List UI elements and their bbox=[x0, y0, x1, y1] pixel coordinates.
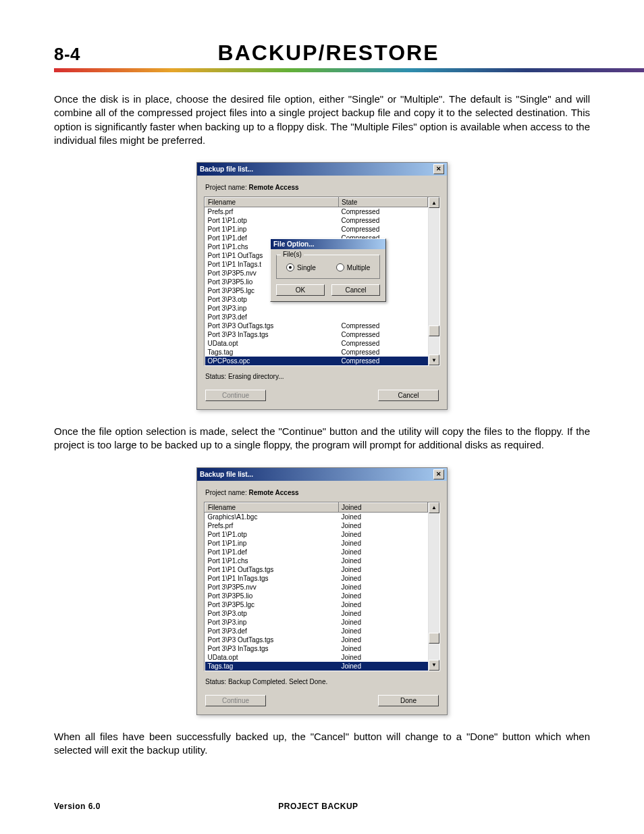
radio-icon bbox=[336, 263, 344, 271]
cell-filename: Port 3\P3.def bbox=[205, 313, 339, 321]
screenshot-backup-file-list-2: Backup file list... ✕ Project name: Remo… bbox=[196, 467, 448, 715]
cell-state: Joined bbox=[339, 574, 428, 583]
modal-cancel-button[interactable]: Cancel bbox=[331, 284, 380, 296]
table-row[interactable]: Port 3\P3.inpJoined bbox=[205, 618, 428, 627]
table-row[interactable]: Port 3\P3 OutTags.tgsJoined bbox=[205, 635, 428, 644]
table-row[interactable]: Port 1\P1.otpCompressed bbox=[205, 216, 428, 225]
file-list-table[interactable]: Filename Joined Graphics\A1.bgcJoinedPre… bbox=[205, 502, 428, 671]
cell-state: Compressed bbox=[339, 216, 428, 225]
cell-filename: Tags.tag bbox=[205, 662, 339, 671]
cell-state: Joined bbox=[339, 600, 428, 609]
radio-single[interactable]: Single bbox=[286, 263, 316, 271]
table-row[interactable]: Port 3\P3 InTags.tgsJoined bbox=[205, 644, 428, 653]
cell-filename: OPCPoss.opc bbox=[205, 357, 339, 365]
cell-state: Joined bbox=[339, 521, 428, 530]
dialog1-title: Backup file list... bbox=[200, 165, 253, 173]
table-row[interactable]: Port 1\P1 OutTags.tgsJoined bbox=[205, 565, 428, 574]
cell-state: Joined bbox=[339, 662, 428, 671]
table-row[interactable]: Port 3\P3.defJoined bbox=[205, 627, 428, 635]
scrollbar[interactable]: ▲ ▼ bbox=[428, 197, 439, 365]
col-filename[interactable]: Filename bbox=[205, 502, 339, 512]
done-button[interactable]: Done bbox=[378, 695, 439, 706]
scroll-up-icon[interactable]: ▲ bbox=[429, 502, 439, 513]
cell-filename: Port 3\P3 OutTags.tgs bbox=[205, 635, 339, 644]
close-icon[interactable]: ✕ bbox=[433, 164, 444, 174]
cell-state: Joined bbox=[339, 548, 428, 556]
cell-filename: Port 1\P1 OutTags.tgs bbox=[205, 565, 339, 574]
paragraph-2: Once the file option selection is made, … bbox=[54, 425, 590, 452]
cell-filename: Port 3\P3.inp bbox=[205, 618, 339, 627]
cell-filename: Port 3\P3.otp bbox=[205, 609, 339, 618]
project-name-value: Remote Access bbox=[248, 184, 298, 191]
table-row[interactable]: Prefs.prfJoined bbox=[205, 521, 428, 530]
cell-state: Joined bbox=[339, 539, 428, 548]
scrollbar[interactable]: ▲ ▼ bbox=[428, 502, 439, 671]
col-filename[interactable]: Filename bbox=[205, 198, 339, 207]
cell-filename: UData.opt bbox=[205, 653, 339, 662]
scroll-up-icon[interactable]: ▲ bbox=[429, 197, 439, 208]
table-row[interactable]: Tags.tagCompressed bbox=[205, 348, 428, 357]
table-row[interactable]: Port 1\P1.inpJoined bbox=[205, 539, 428, 548]
table-row[interactable]: Prefs.prfCompressed bbox=[205, 207, 428, 217]
cell-filename: Port 1\P1.def bbox=[205, 548, 339, 556]
table-row[interactable]: OPCPoss.opcCompressed bbox=[205, 357, 428, 365]
cell-state: Joined bbox=[339, 556, 428, 565]
table-row[interactable]: Port 3\P3.otpJoined bbox=[205, 609, 428, 618]
table-row[interactable]: Port 3\P3P5.lgcJoined bbox=[205, 600, 428, 609]
project-name-value: Remote Access bbox=[248, 489, 298, 496]
cell-filename: Port 3\P3P5.lio bbox=[205, 592, 339, 600]
table-row[interactable]: Port 1\P1.otpJoined bbox=[205, 530, 428, 539]
cell-state: Compressed bbox=[339, 225, 428, 234]
radio-multiple[interactable]: Multiple bbox=[336, 263, 370, 271]
table-row[interactable]: Port 1\P1.chsJoined bbox=[205, 556, 428, 565]
cancel-button[interactable]: Cancel bbox=[378, 390, 439, 401]
table-row[interactable]: Port 1\P1.defJoined bbox=[205, 548, 428, 556]
col-state[interactable]: State bbox=[339, 198, 428, 207]
table-row[interactable]: Port 1\P1 InTags.tgsJoined bbox=[205, 574, 428, 583]
dialog2-title: Backup file list... bbox=[200, 471, 253, 478]
cell-filename: Port 1\P1.otp bbox=[205, 216, 339, 225]
footer-section: PROJECT BACKUP bbox=[101, 802, 536, 811]
table-row[interactable]: Port 3\P3.inp bbox=[205, 304, 428, 313]
cell-filename: Port 3\P3P5.lgc bbox=[205, 600, 339, 609]
scroll-thumb[interactable] bbox=[429, 633, 439, 644]
file-option-title: File Option... bbox=[273, 240, 315, 248]
cell-state: Compressed bbox=[339, 339, 428, 348]
table-row[interactable]: Port 3\P3P5.nvvJoined bbox=[205, 583, 428, 592]
cell-state: Joined bbox=[339, 592, 428, 600]
scroll-down-icon[interactable]: ▼ bbox=[429, 660, 439, 671]
table-row[interactable]: Port 3\P3 OutTags.tgsCompressed bbox=[205, 321, 428, 330]
status-label: Status: bbox=[205, 373, 226, 380]
scroll-down-icon[interactable]: ▼ bbox=[429, 355, 439, 365]
cell-filename: Prefs.prf bbox=[205, 521, 339, 530]
cell-filename: Port 1\P1.otp bbox=[205, 530, 339, 539]
cell-state: Joined bbox=[339, 618, 428, 627]
cell-filename: Port 1\P1.inp bbox=[205, 225, 339, 234]
file-option-group-label: File(s) bbox=[281, 251, 304, 258]
continue-button[interactable]: Continue bbox=[205, 695, 266, 706]
cell-state: Joined bbox=[339, 609, 428, 618]
cell-state: Joined bbox=[339, 565, 428, 574]
ok-button[interactable]: OK bbox=[276, 284, 325, 296]
col-state[interactable]: Joined bbox=[339, 502, 428, 512]
file-option-dialog: File Option... File(s) Single Multi bbox=[270, 238, 386, 302]
cell-filename: Port 3\P3 OutTags.tgs bbox=[205, 321, 339, 330]
project-name-label: Project name: bbox=[205, 489, 247, 496]
radio-multiple-label: Multiple bbox=[347, 264, 370, 271]
table-row[interactable]: Port 3\P3P5.lioJoined bbox=[205, 592, 428, 600]
table-row[interactable]: Port 3\P3.def bbox=[205, 313, 428, 321]
close-icon[interactable]: ✕ bbox=[433, 469, 444, 479]
scroll-thumb[interactable] bbox=[429, 325, 439, 336]
cell-state: Compressed bbox=[339, 357, 428, 365]
table-row[interactable]: Port 1\P1.inpCompressed bbox=[205, 225, 428, 234]
table-row[interactable]: Port 3\P3 InTags.tgsCompressed bbox=[205, 330, 428, 339]
cell-state: Joined bbox=[339, 644, 428, 653]
table-row[interactable]: UData.optCompressed bbox=[205, 339, 428, 348]
continue-button[interactable]: Continue bbox=[205, 390, 266, 401]
cell-filename: Port 3\P3.def bbox=[205, 627, 339, 635]
radio-single-label: Single bbox=[297, 264, 316, 271]
table-row[interactable]: UData.optJoined bbox=[205, 653, 428, 662]
table-row[interactable]: Tags.tagJoined bbox=[205, 662, 428, 671]
cell-state: Joined bbox=[339, 653, 428, 662]
table-row[interactable]: Graphics\A1.bgcJoined bbox=[205, 512, 428, 521]
